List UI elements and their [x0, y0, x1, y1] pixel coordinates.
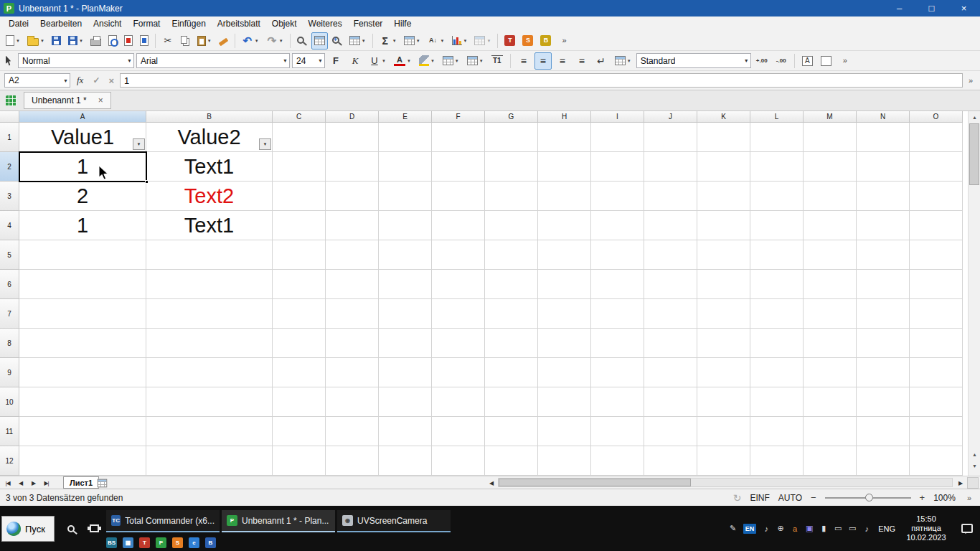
cell-n3[interactable] — [857, 182, 910, 211]
cell-h12[interactable] — [538, 446, 591, 476]
horizontal-scrollbar[interactable] — [498, 478, 953, 487]
cell-g11[interactable] — [485, 417, 538, 446]
basicmaker-button[interactable]: B — [537, 32, 554, 50]
cell-i7[interactable] — [591, 299, 644, 329]
zoom-out-button[interactable]: − — [811, 492, 816, 503]
cell-b1[interactable]: Value2▼ — [146, 123, 273, 152]
cell-b7[interactable] — [146, 299, 273, 329]
cell-m8[interactable] — [804, 329, 857, 358]
insert-sheet-button[interactable] — [95, 477, 109, 489]
toolbar-overflow-button[interactable]: » — [555, 32, 573, 50]
cell-i4[interactable] — [591, 211, 644, 240]
cell-i11[interactable] — [591, 417, 644, 446]
cell-o2[interactable] — [910, 152, 963, 182]
cell-l12[interactable] — [750, 446, 804, 476]
menu-einfugen[interactable]: Einfügen — [166, 17, 211, 30]
font-size-combo-dropdown-icon[interactable]: ▼ — [315, 58, 323, 63]
formulabar-overflow-button[interactable]: » — [966, 76, 976, 85]
column-header-l[interactable]: L — [750, 111, 804, 123]
cell-l1[interactable] — [750, 123, 804, 152]
cell-i8[interactable] — [591, 329, 644, 358]
minimize-button[interactable]: – — [883, 0, 915, 17]
quick-launch-bs-icon[interactable]: BS — [106, 537, 117, 548]
orientation-button[interactable]: T1 — [489, 52, 506, 70]
quick-launch-textmaker-icon[interactable]: T — [139, 537, 150, 548]
row-header-9[interactable]: 9 — [0, 358, 19, 387]
cell-c7[interactable] — [273, 299, 326, 329]
pen-tray-icon[interactable]: ✎ — [729, 524, 738, 533]
vertical-scrollbar[interactable]: ▲▲▼ — [968, 111, 980, 476]
cell-i6[interactable] — [591, 270, 644, 299]
open-button[interactable]: ▼ — [24, 32, 47, 50]
volume-tray-icon[interactable]: ♪ — [762, 524, 771, 533]
zoom-in-button[interactable]: + — [920, 492, 925, 503]
formula-input[interactable]: 1 — [120, 73, 963, 88]
cell-e10[interactable] — [379, 387, 432, 417]
cell-n7[interactable] — [857, 299, 910, 329]
cell-d2[interactable] — [326, 152, 379, 182]
cell-m9[interactable] — [804, 358, 857, 387]
cell-f9[interactable] — [432, 358, 485, 387]
table-styles-dropdown-icon[interactable]: ▼ — [486, 39, 491, 43]
cell-j12[interactable] — [644, 446, 697, 476]
borders-button[interactable]: ▼ — [440, 52, 462, 70]
cell-e1[interactable] — [379, 123, 432, 152]
cell-j5[interactable] — [644, 240, 697, 270]
menu-format[interactable]: Format — [127, 17, 166, 30]
cell-a1[interactable]: Value1▼ — [19, 123, 146, 152]
cell-m3[interactable] — [804, 182, 857, 211]
merge-center-dropdown-icon[interactable]: ▼ — [627, 59, 631, 63]
font-size-combo[interactable]: 24▼ — [292, 53, 325, 68]
cell-l11[interactable] — [750, 417, 804, 446]
row-header-8[interactable]: 8 — [0, 329, 19, 358]
save-as-button[interactable]: ▼ — [65, 32, 86, 50]
row-header-10[interactable]: 10 — [0, 387, 19, 417]
menu-ansicht[interactable]: Ansicht — [88, 17, 127, 30]
cell-f2[interactable] — [432, 152, 485, 182]
cell-d9[interactable] — [326, 358, 379, 387]
cell-k9[interactable] — [697, 358, 750, 387]
cell-j10[interactable] — [644, 387, 697, 417]
cell-m2[interactable] — [804, 152, 857, 182]
cell-o8[interactable] — [910, 329, 963, 358]
menu-weiteres[interactable]: Weiteres — [303, 17, 348, 30]
cell-l6[interactable] — [750, 270, 804, 299]
zoom-button[interactable] — [329, 32, 345, 50]
insert-object-dropdown-icon[interactable]: ▼ — [416, 39, 420, 43]
cell-h10[interactable] — [538, 387, 591, 417]
muted-speaker-tray-icon[interactable]: ♪ — [862, 524, 871, 533]
cell-l9[interactable] — [750, 358, 804, 387]
cell-k4[interactable] — [697, 211, 750, 240]
cell-g1[interactable] — [485, 123, 538, 152]
quick-launch-browser-icon[interactable]: e — [189, 537, 199, 548]
cell-e9[interactable] — [379, 358, 432, 387]
fill-color-button[interactable]: ▼ — [416, 52, 438, 70]
cell-d8[interactable] — [326, 329, 379, 358]
namebox-dropdown-icon[interactable]: ▼ — [60, 78, 68, 83]
column-header-o[interactable]: O — [910, 111, 963, 123]
font-combo[interactable]: Arial▼ — [136, 53, 290, 68]
cell-b2[interactable]: Text1 — [146, 152, 273, 182]
insert-table-dropdown-icon[interactable]: ▼ — [362, 39, 366, 43]
insert-mode-indicator[interactable]: EINF — [750, 493, 770, 503]
cell-i3[interactable] — [591, 182, 644, 211]
cell-c4[interactable] — [273, 211, 326, 240]
auto-indicator[interactable]: AUTO — [778, 493, 802, 503]
sort-dropdown-icon[interactable]: ▼ — [440, 39, 445, 43]
cell-c2[interactable] — [273, 152, 326, 182]
cut-button[interactable]: ✂ — [159, 32, 176, 50]
taskbar-app-total-commander[interactable]: TCTotal Commander (x6... — [106, 510, 220, 532]
cell-f10[interactable] — [432, 387, 485, 417]
scroll-up-button[interactable]: ▲ — [969, 111, 980, 123]
cell-k5[interactable] — [697, 240, 750, 270]
cell-g4[interactable] — [485, 211, 538, 240]
cell-c1[interactable] — [273, 123, 326, 152]
format-painter-button[interactable] — [216, 32, 231, 50]
cell-f12[interactable] — [432, 446, 485, 476]
row-header-2[interactable]: 2 — [0, 152, 19, 182]
cell-k11[interactable] — [697, 417, 750, 446]
presentations-button[interactable]: S — [519, 32, 536, 50]
cell-d12[interactable] — [326, 446, 379, 476]
taskbar-app-planmaker[interactable]: PUnbenannt 1 * - Plan... — [222, 510, 335, 532]
start-button[interactable]: Пуск — [1, 516, 55, 542]
